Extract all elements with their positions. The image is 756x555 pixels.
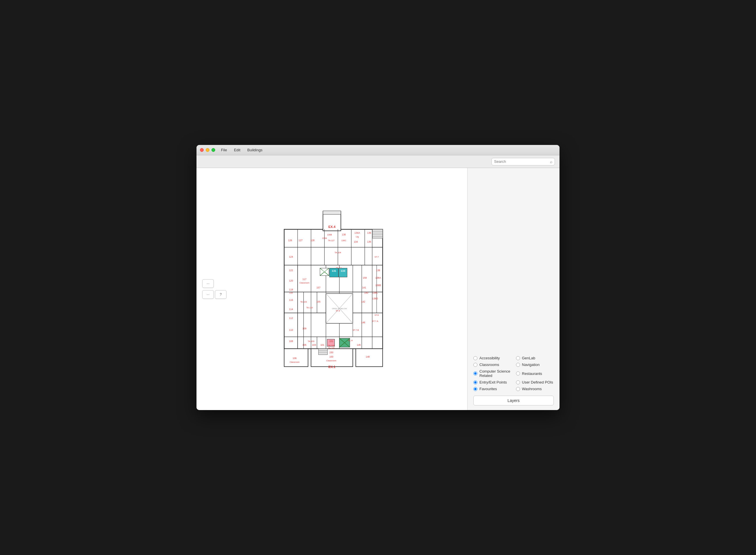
search-icon[interactable]: ⌕	[550, 159, 552, 164]
toolbar: ⌕	[196, 155, 560, 168]
svg-text:116: 116	[289, 292, 293, 294]
svg-text:116: 116	[289, 299, 293, 301]
svg-rect-2	[323, 211, 341, 214]
main-window: File Edit Buildings ⌕ ··· ···	[196, 145, 560, 410]
svg-text:101: 101	[320, 344, 324, 346]
svg-text:135: 135	[367, 241, 371, 243]
svg-text:108: 108	[289, 340, 293, 343]
svg-text:57.8: 57.8	[336, 309, 340, 312]
svg-text:127: 127	[299, 239, 303, 242]
map-area[interactable]: ··· ··· ?	[196, 168, 467, 410]
svg-text:146: 146	[361, 321, 365, 324]
radio-label-navigation: Navigation	[522, 362, 540, 367]
radio-washrooms[interactable]: Washrooms	[516, 387, 554, 391]
svg-text:142: 142	[361, 301, 365, 303]
floor-plan: 126 127 128 130B TA.127 130 130C 134A Lt…	[196, 168, 467, 410]
radio-classrooms[interactable]: Classrooms	[473, 362, 512, 367]
radio-label-favourites: Favourites	[479, 387, 497, 391]
svg-text:Classroom: Classroom	[326, 359, 337, 362]
traffic-lights	[200, 148, 215, 152]
svg-text:TA.109: TA.109	[308, 340, 314, 343]
svg-text:130C: 130C	[342, 239, 346, 242]
svg-text:110: 110	[289, 329, 293, 331]
svg-text:TA.100: TA.100	[328, 347, 335, 349]
svg-text:TA.112: TA.112	[336, 266, 342, 268]
radio-navigation[interactable]: Navigation	[516, 362, 554, 367]
menu-buildings[interactable]: Buildings	[246, 147, 264, 153]
svg-text:128: 128	[311, 239, 315, 242]
svg-text:118: 118	[289, 289, 293, 291]
close-button[interactable]	[200, 148, 204, 152]
minimize-button[interactable]	[206, 148, 210, 152]
radio-genlab[interactable]: GenLab	[516, 356, 554, 360]
radio-label-genlab: GenLab	[522, 356, 535, 360]
svg-text:ST.6: ST.6	[374, 314, 379, 316]
layers-panel: Accessibility GenLab Classrooms	[468, 168, 560, 410]
svg-text:131: 131	[331, 269, 336, 272]
titlebar: File Edit Buildings	[196, 145, 560, 155]
radio-label-accessibility: Accessibility	[479, 356, 500, 360]
svg-text:Ltg: Ltg	[356, 236, 359, 238]
svg-text:138: 138	[376, 269, 380, 272]
svg-text:138B: 138B	[375, 284, 381, 287]
svg-text:126: 126	[288, 239, 292, 242]
svg-text:TA.104: TA.104	[335, 251, 341, 254]
maximize-button[interactable]	[212, 148, 215, 152]
svg-rect-111	[372, 229, 383, 238]
svg-text:EX.4: EX.4	[328, 225, 336, 228]
svg-text:130A: 130A	[322, 237, 327, 240]
layers-button[interactable]: Layers	[473, 396, 554, 405]
svg-text:105: 105	[303, 344, 307, 346]
radio-cs-related[interactable]: Computer Science Related	[473, 369, 512, 378]
menubar: File Edit Buildings	[220, 147, 264, 153]
radio-label-entry-exit: Entry/Exit Points	[479, 380, 507, 384]
svg-text:106: 106	[293, 357, 297, 359]
radio-circle-accessibility	[473, 356, 477, 360]
svg-text:138D: 138D	[372, 297, 378, 300]
svg-text:134: 134	[354, 241, 358, 243]
svg-text:134A: 134A	[354, 232, 360, 234]
menu-edit[interactable]: Edit	[233, 147, 241, 153]
nav-button-1[interactable]: ···	[202, 279, 214, 288]
svg-text:TA.127: TA.127	[328, 239, 335, 242]
svg-text:141: 141	[362, 287, 366, 289]
search-input[interactable]	[494, 159, 550, 164]
svg-text:TA.103: TA.103	[300, 301, 307, 303]
svg-text:138A: 138A	[375, 276, 381, 279]
svg-text:ST.7.B: ST.7.B	[353, 329, 359, 331]
svg-text:OPEN TO BELOW: OPEN TO BELOW	[332, 307, 347, 309]
radio-favourites[interactable]: Favourites	[473, 387, 512, 391]
radio-restaurants[interactable]: Restaurants	[516, 369, 554, 378]
svg-text:138C: 138C	[372, 292, 378, 294]
svg-text:133: 133	[341, 269, 346, 272]
svg-text:130B: 130B	[327, 233, 332, 236]
svg-text:2: 2	[324, 272, 325, 275]
svg-text:148: 148	[366, 355, 370, 358]
main-content: ··· ··· ?	[196, 168, 560, 410]
svg-text:145: 145	[357, 344, 361, 346]
nav-button-2[interactable]: ···	[202, 290, 214, 299]
bottom-controls: ··· ?	[202, 290, 226, 299]
radio-label-user-poi: User Defined POIs	[522, 380, 553, 384]
svg-text:159: 159	[363, 276, 367, 279]
svg-rect-115	[318, 349, 327, 355]
help-button[interactable]: ?	[215, 290, 226, 299]
radio-accessibility[interactable]: Accessibility	[473, 356, 512, 360]
svg-text:EL.A: EL.A	[348, 339, 353, 342]
search-container: ⌕	[491, 158, 555, 165]
radio-entry-exit[interactable]: Entry/Exit Points	[473, 380, 512, 384]
svg-text:151: 151	[329, 340, 333, 343]
menu-file[interactable]: File	[220, 147, 228, 153]
radio-circle-user-poi	[516, 380, 520, 384]
svg-text:100: 100	[329, 355, 333, 358]
radio-label-classrooms: Classrooms	[479, 362, 499, 367]
sidebar: Accessibility GenLab Classrooms	[467, 168, 560, 410]
svg-text:140: 140	[364, 292, 368, 294]
radio-user-poi[interactable]: User Defined POIs	[516, 380, 554, 384]
radio-label-washrooms: Washrooms	[522, 387, 542, 391]
svg-text:TA.110: TA.110	[306, 306, 313, 309]
svg-text:109: 109	[303, 327, 307, 330]
svg-text:157: 157	[316, 287, 320, 289]
svg-text:114: 114	[289, 308, 293, 311]
svg-text:ST.7.A: ST.7.A	[372, 320, 378, 323]
